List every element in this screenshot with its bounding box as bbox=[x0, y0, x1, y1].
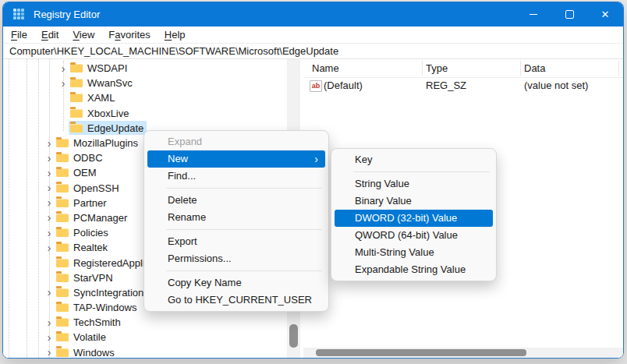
menu-item-binary-value[interactable]: Binary Value bbox=[331, 193, 496, 210]
tree-item-label: OEM bbox=[73, 167, 97, 178]
tree-item-body: Windows bbox=[55, 345, 118, 358]
menu-item-label: Key bbox=[355, 154, 372, 165]
tree-item-volatile[interactable]: ›Volatile bbox=[3, 330, 287, 345]
tree-scrollbar-thumb[interactable] bbox=[289, 324, 298, 348]
menu-item-label: Find... bbox=[168, 170, 196, 182]
registry-editor-app-icon[interactable] bbox=[13, 9, 26, 21]
chevron-right-icon[interactable]: › bbox=[58, 78, 69, 89]
window-controls: ✕ bbox=[515, 2, 623, 27]
menu-item-export[interactable]: Export bbox=[144, 233, 328, 250]
tree-item-label: Partner bbox=[73, 197, 107, 209]
folder-icon bbox=[56, 288, 69, 297]
chevron-right-icon[interactable]: › bbox=[44, 197, 55, 208]
menu-item-string-value[interactable]: String Value bbox=[331, 175, 496, 193]
menubar-item-favorites[interactable]: Favorites bbox=[101, 27, 157, 43]
values-horizontal-scrollbar[interactable] bbox=[303, 348, 623, 358]
tree-item-label: PCManager bbox=[73, 212, 127, 224]
menu-item-label: Multi-String Value bbox=[355, 246, 434, 258]
chevron-right-icon[interactable]: › bbox=[44, 228, 55, 239]
tree-item-body: OEM bbox=[55, 166, 100, 180]
tree-item-label: StarVPN bbox=[73, 272, 113, 284]
chevron-right-icon: › bbox=[314, 150, 318, 168]
tree-item-label: MozillaPlugins bbox=[73, 137, 138, 149]
menu-item-key[interactable]: Key bbox=[331, 151, 496, 168]
tree-item-label: Policies bbox=[73, 227, 108, 239]
tree-item-xboxlive[interactable]: XboxLive bbox=[3, 106, 287, 121]
tree-item-wwansvc[interactable]: ›WwanSvc bbox=[3, 76, 287, 90]
maximize-button[interactable] bbox=[551, 2, 587, 27]
mnemonic-underline: E bbox=[41, 29, 48, 41]
tree-item-body: MozillaPlugins bbox=[55, 136, 141, 150]
chevron-right-icon[interactable]: › bbox=[44, 317, 55, 328]
tree-item-body: Volatile bbox=[55, 330, 109, 345]
minimize-icon bbox=[530, 14, 537, 15]
folder-icon bbox=[56, 348, 69, 357]
context-menu: ExpandNew›Find...DeleteRenameExportPermi… bbox=[143, 130, 329, 312]
menu-item-qword-64-bit-value[interactable]: QWORD (64-bit) Value bbox=[331, 227, 496, 244]
tree-item-body: StarVPN bbox=[55, 270, 116, 284]
menubar-item-edit[interactable]: Edit bbox=[34, 27, 66, 43]
values-scrollbar-thumb[interactable] bbox=[316, 349, 526, 356]
tree-item-techsmith[interactable]: ›TechSmith bbox=[3, 315, 287, 330]
menu-item-copy-key-name[interactable]: Copy Key Name bbox=[144, 274, 328, 292]
folder-icon bbox=[70, 64, 83, 72]
tree-item-label: ODBC bbox=[73, 152, 103, 164]
menu-item-label: Expandable String Value bbox=[355, 263, 466, 275]
menu-item-label: Delete bbox=[168, 194, 197, 206]
mnemonic-underline: a bbox=[115, 29, 120, 41]
tree-item-xaml[interactable]: XAML bbox=[3, 90, 287, 105]
tree-item-body: RegisteredAppli bbox=[55, 256, 148, 270]
folder-icon bbox=[56, 139, 69, 147]
chevron-right-icon[interactable]: › bbox=[44, 168, 55, 178]
menu-item-expandable-string-value[interactable]: Expandable String Value bbox=[331, 261, 496, 278]
tree-item-label: OpenSSH bbox=[73, 182, 119, 194]
tree-item-label: WwanSvc bbox=[87, 77, 133, 89]
close-button[interactable]: ✕ bbox=[587, 2, 623, 27]
column-header-data[interactable]: Data bbox=[524, 59, 545, 77]
menu-item-multi-string-value[interactable]: Multi-String Value bbox=[331, 244, 496, 261]
chevron-right-icon[interactable]: › bbox=[44, 332, 55, 343]
menubar-item-view[interactable]: View bbox=[66, 27, 101, 43]
menu-item-label: Rename bbox=[168, 211, 206, 223]
tree-item-label: XAML bbox=[87, 92, 115, 104]
chevron-right-icon[interactable]: › bbox=[44, 242, 55, 253]
menu-item-delete[interactable]: Delete bbox=[144, 192, 328, 209]
tree-item-windows[interactable]: ›Windows bbox=[3, 345, 287, 358]
menu-item-permissions[interactable]: Permissions... bbox=[144, 250, 328, 267]
chevron-right-icon[interactable]: › bbox=[44, 153, 55, 164]
folder-icon bbox=[56, 154, 69, 162]
mnemonic-underline: H bbox=[165, 29, 172, 41]
column-header-type[interactable]: Type bbox=[426, 59, 448, 77]
tree-item-label: EdgeUpdate bbox=[87, 122, 143, 134]
menu-item-dword-32-bit-value[interactable]: DWORD (32-bit) Value bbox=[335, 210, 493, 227]
folder-icon bbox=[70, 109, 83, 118]
chevron-right-icon[interactable]: › bbox=[44, 347, 55, 358]
folder-icon bbox=[56, 199, 69, 207]
address-bar[interactable]: Computer\HKEY_LOCAL_MACHINE\SOFTWARE\Mic… bbox=[3, 44, 623, 59]
chevron-right-icon[interactable]: › bbox=[44, 182, 55, 193]
chevron-right-icon[interactable]: › bbox=[44, 287, 55, 298]
folder-icon bbox=[56, 228, 69, 237]
folder-icon bbox=[70, 94, 83, 102]
minimize-button[interactable] bbox=[515, 2, 551, 27]
title-bar: Registry Editor ✕ bbox=[3, 2, 623, 27]
tree-item-body: WwanSvc bbox=[69, 76, 136, 90]
value-row[interactable]: ab(Default)REG_SZ(value not set) bbox=[303, 78, 623, 93]
menu-item-new[interactable]: New› bbox=[147, 150, 325, 168]
menubar-item-help[interactable]: Help bbox=[158, 27, 193, 43]
tree-item-wsdapi[interactable]: ›WSDAPI bbox=[3, 61, 287, 76]
folder-icon bbox=[56, 259, 69, 267]
tree-item-label: WSDAPI bbox=[87, 62, 127, 74]
menubar-item-file[interactable]: File bbox=[3, 27, 34, 43]
folder-icon bbox=[70, 124, 83, 133]
menu-item-rename[interactable]: Rename bbox=[144, 209, 328, 226]
chevron-right-icon[interactable]: › bbox=[44, 212, 55, 223]
menu-item-find[interactable]: Find... bbox=[144, 168, 328, 185]
chevron-right-icon[interactable]: › bbox=[44, 138, 55, 149]
column-header-name[interactable]: Name bbox=[312, 59, 339, 77]
menu-item-go-to-hkey-current-user[interactable]: Go to HKEY_CURRENT_USER bbox=[144, 292, 328, 309]
chevron-right-icon[interactable]: › bbox=[58, 63, 69, 74]
close-icon: ✕ bbox=[601, 9, 610, 20]
tree-item-body: OpenSSH bbox=[55, 181, 122, 195]
tree-item-body: XboxLive bbox=[69, 106, 132, 120]
